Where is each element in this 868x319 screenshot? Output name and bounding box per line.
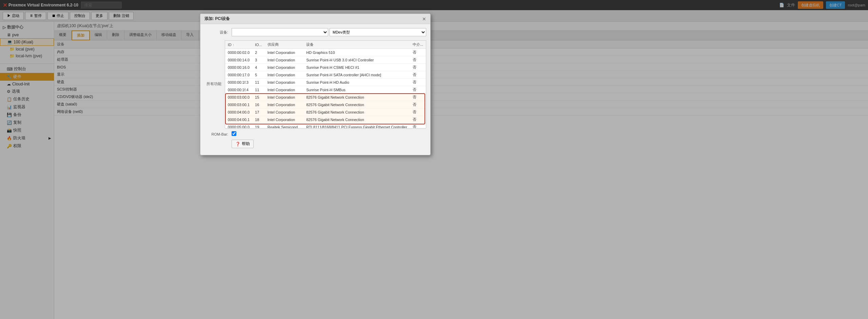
pci-vendor: Intel Corporation	[265, 79, 303, 86]
pci-device: Sunrise Point-H USB 3.0 xHCI Controller	[303, 56, 410, 64]
pci-device: HD Graphics 510	[303, 49, 410, 56]
pci-table-row[interactable]: 0000:00:17.0 5 Intel Corporation Sunrise…	[225, 71, 426, 79]
pci-table: ID ↑ IO... 供应商 设备 中介... 0000:00:02.0 2 I…	[225, 41, 426, 128]
pci-id: 0000:00:1f.3	[225, 79, 252, 86]
pci-id: 0000:04:00.1	[225, 116, 252, 123]
pci-device: 82576 Gigabit Network Connection	[303, 116, 410, 123]
pci-vendor: Intel Corporation	[265, 86, 303, 94]
pci-io: 19	[252, 123, 265, 129]
pci-table-row[interactable]: 0000:03:00.1 16 Intel Corporation 82576 …	[225, 101, 426, 108]
pci-io: 2	[252, 49, 265, 56]
help-icon: ❓	[235, 142, 240, 146]
pci-mdev: 否	[410, 71, 426, 79]
pci-mdev: 否	[410, 49, 426, 56]
pci-io: 11	[252, 79, 265, 86]
pci-mdev: 否	[410, 94, 426, 101]
device-form-row: 设备: MDev类型	[204, 28, 426, 36]
pci-mdev: 否	[410, 101, 426, 108]
mdev-select[interactable]: MDev类型	[330, 28, 426, 36]
pci-vendor: Intel Corporation	[265, 71, 303, 79]
modal-body: 设备: MDev类型 所有功能 ID ↑	[200, 24, 430, 155]
rombar-input	[232, 131, 426, 137]
pci-mdev: 否	[410, 86, 426, 94]
pci-table-row[interactable]: 0000:05:00.0 19 Realtek Semicond... RTL8…	[225, 123, 426, 129]
pci-col-vendor[interactable]: 供应商	[265, 41, 303, 49]
pci-id: 0000:05:00.0	[225, 123, 252, 129]
help-label: 帮助	[242, 141, 250, 147]
features-label: 所有功能	[204, 81, 225, 86]
pci-id: 0000:04:00.0	[225, 108, 252, 116]
pci-mdev: 否	[410, 79, 426, 86]
rombar-checkbox[interactable]	[232, 131, 236, 136]
pci-device: Sunrise Point-H SATA controller [AHCI mo…	[303, 71, 410, 79]
pci-device: Sunrise Point-H CSME HECI #1	[303, 64, 410, 71]
modal-header: 添加: PCI设备 ✕	[200, 14, 430, 24]
pci-device: 82576 Gigabit Network Connection	[303, 101, 410, 108]
pci-col-device[interactable]: 设备	[303, 41, 410, 49]
pci-io: 15	[252, 94, 265, 101]
pci-device: 82576 Gigabit Network Connection	[303, 94, 410, 101]
device-input-group: MDev类型	[232, 28, 426, 36]
help-button[interactable]: ❓ 帮助	[232, 140, 254, 148]
help-form-row: ❓ 帮助	[204, 140, 426, 148]
pci-device: Sunrise Point-H HD Audio	[303, 79, 410, 86]
pci-id: 0000:00:1f.4	[225, 86, 252, 94]
modal-title: 添加: PCI设备	[204, 16, 230, 22]
pci-io: 18	[252, 116, 265, 123]
pci-vendor: Intel Corporation	[265, 108, 303, 116]
pci-io: 4	[252, 64, 265, 71]
add-pci-dialog: 添加: PCI设备 ✕ 设备: MDev类型 所有功能	[200, 14, 431, 155]
pci-vendor: Intel Corporation	[265, 94, 303, 101]
pci-io: 11	[252, 86, 265, 94]
pci-table-row[interactable]: 0000:00:16.0 4 Intel Corporation Sunrise…	[225, 64, 426, 71]
pci-id: 0000:00:14.0	[225, 56, 252, 64]
pci-id: 0000:00:02.0	[225, 49, 252, 56]
pci-io: 16	[252, 101, 265, 108]
device-select[interactable]	[232, 28, 328, 36]
pci-id: 0000:03:00.1	[225, 101, 252, 108]
pci-table-row[interactable]: 0000:03:00.0 15 Intel Corporation 82576 …	[225, 94, 426, 101]
pci-table-row[interactable]: 0000:00:1f.4 11 Intel Corporation Sunris…	[225, 86, 426, 94]
pci-id: 0000:03:00.0	[225, 94, 252, 101]
sort-asc-icon: ↑	[233, 43, 234, 47]
pci-io: 3	[252, 56, 265, 64]
pci-vendor: Intel Corporation	[265, 56, 303, 64]
pci-mdev: 否	[410, 56, 426, 64]
pci-mdev: 否	[410, 108, 426, 116]
modal-close-button[interactable]: ✕	[422, 16, 426, 22]
pci-mdev: 否	[410, 123, 426, 129]
pci-io: 5	[252, 71, 265, 79]
pci-id: 0000:00:16.0	[225, 64, 252, 71]
pci-mdev: 否	[410, 116, 426, 123]
pci-table-row[interactable]: 0000:00:1f.3 11 Intel Corporation Sunris…	[225, 79, 426, 86]
modal-overlay[interactable]	[0, 0, 868, 319]
pci-table-row[interactable]: 0000:04:00.1 18 Intel Corporation 82576 …	[225, 116, 426, 123]
pci-table-row[interactable]: 0000:04:00.0 17 Intel Corporation 82576 …	[225, 108, 426, 116]
pci-io: 17	[252, 108, 265, 116]
pci-col-io[interactable]: IO...	[252, 41, 265, 49]
pci-vendor: Intel Corporation	[265, 64, 303, 71]
pci-vendor: Intel Corporation	[265, 101, 303, 108]
features-form-row: 所有功能 ID ↑ IO... 供应商 设备 中介...	[204, 39, 426, 128]
features-input: ID ↑ IO... 供应商 设备 中介... 0000:00:02.0 2 I…	[225, 39, 426, 128]
pci-device: Sunrise Point-H SMBus	[303, 86, 410, 94]
pci-device: RTL8111/8168/8411 PCI Express Gigabit Et…	[303, 123, 410, 129]
pci-vendor: Realtek Semicond...	[265, 123, 303, 129]
rombar-label: ROM-Bar:	[204, 132, 232, 136]
pci-col-id[interactable]: ID ↑	[225, 41, 252, 49]
device-label: 设备:	[204, 30, 232, 35]
pci-mdev: 否	[410, 64, 426, 71]
rombar-form-row: ROM-Bar:	[204, 131, 426, 137]
pci-vendor: Intel Corporation	[265, 49, 303, 56]
pci-col-mdev[interactable]: 中介...	[410, 41, 426, 49]
pci-vendor: Intel Corporation	[265, 116, 303, 123]
pci-device: 82576 Gigabit Network Connection	[303, 108, 410, 116]
pci-id: 0000:00:17.0	[225, 71, 252, 79]
pci-table-container: ID ↑ IO... 供应商 设备 中介... 0000:00:02.0 2 I…	[225, 40, 426, 128]
pci-table-row[interactable]: 0000:00:14.0 3 Intel Corporation Sunrise…	[225, 56, 426, 64]
pci-table-row[interactable]: 0000:00:02.0 2 Intel Corporation HD Grap…	[225, 49, 426, 56]
